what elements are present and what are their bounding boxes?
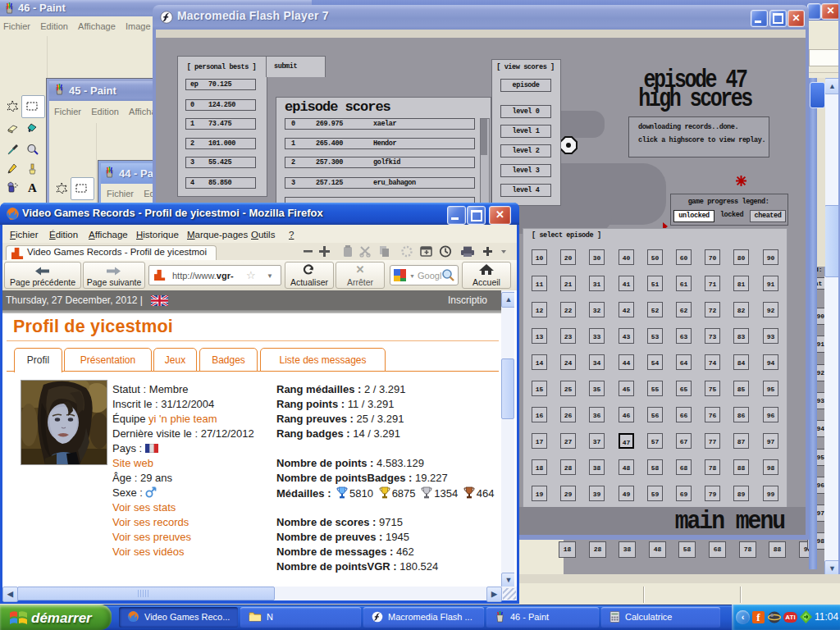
svg-text:A: A bbox=[28, 181, 37, 194]
